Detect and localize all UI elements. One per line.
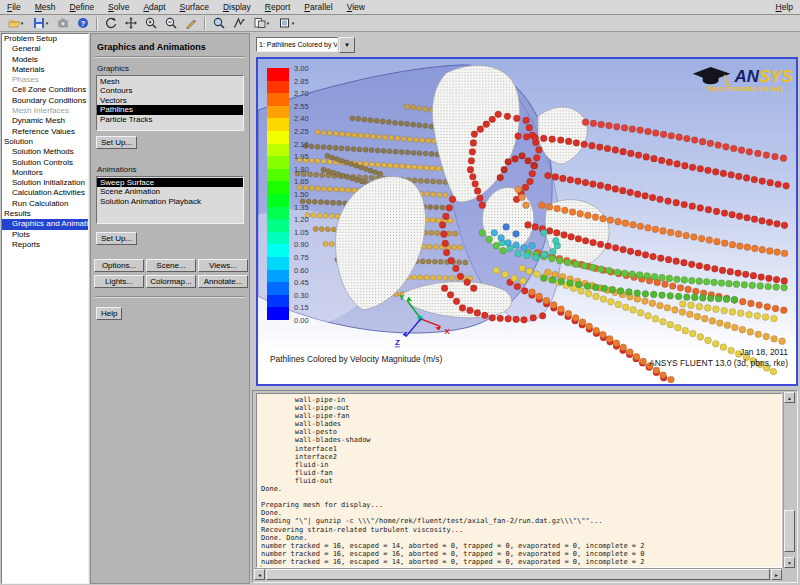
menu-item-mesh[interactable]: Mesh (28, 1, 63, 13)
menu-item-parallel[interactable]: Parallel (297, 1, 339, 13)
legend-value: 0.45 (294, 278, 324, 287)
tree-item-general[interactable]: General (2, 44, 88, 54)
zoom-out-icon (165, 17, 177, 29)
tree-item-solution-initialization[interactable]: Solution Initialization (2, 178, 88, 188)
logo-sys: SYS (759, 67, 794, 86)
tree-item-materials[interactable]: Materials (2, 65, 88, 75)
graphics-item-vectors[interactable]: Vectors (97, 96, 243, 105)
scene-caption: Pathlines Colored by Velocity Magnitude … (270, 354, 443, 364)
help-icon: ? (77, 17, 89, 29)
magnify-button[interactable] (210, 15, 228, 31)
animations-item-sweep-surface[interactable]: Sweep Surface (97, 178, 243, 187)
fit-view-button[interactable] (230, 15, 248, 31)
graphics-item-contours[interactable]: Contours (97, 86, 243, 95)
window-layout-button[interactable]: ▾ (250, 15, 273, 31)
legend-value: 2.70 (294, 89, 324, 98)
graphics-canvas[interactable]: Y X Z ANSYS Noncommercial use only Pathl… (256, 57, 798, 386)
open-button[interactable]: ▾ (4, 15, 27, 31)
colormap-button[interactable]: Colormap... (146, 275, 196, 288)
legend-band (267, 169, 289, 182)
menu-item-display[interactable]: Display (216, 1, 258, 13)
display-options-button[interactable]: ▾ (275, 15, 298, 31)
menu-item-report[interactable]: Report (258, 1, 298, 13)
legend-value: 3.00 (294, 64, 324, 73)
scroll-up-arrow[interactable]: ▲ (784, 392, 795, 403)
animations-listbox[interactable]: Sweep SurfaceScene AnimationSolution Ani… (96, 176, 244, 224)
options-button[interactable]: Options... (94, 259, 144, 272)
tree-item-reference-values[interactable]: Reference Values (2, 127, 88, 137)
menu-item-surface[interactable]: Surface (173, 1, 216, 13)
save-button[interactable]: ▾ (29, 15, 52, 31)
tree-item-reports[interactable]: Reports (2, 240, 88, 250)
graphics-setup-button[interactable]: Set Up... (96, 136, 137, 149)
zoom-in-icon (145, 17, 157, 29)
legend-value: 0.00 (294, 316, 324, 325)
graphics-window-select-arrow[interactable]: ▼ (339, 37, 355, 53)
menu-bar: FileMeshDefineSolveAdaptSurfaceDisplayRe… (0, 0, 800, 15)
horizontal-scroll-thumb[interactable] (266, 569, 770, 580)
graphics-item-particle-tracks[interactable]: Particle Tracks (97, 115, 243, 124)
toolbar-separator (96, 17, 98, 30)
legend-band (267, 207, 289, 220)
menu-help[interactable]: Help (769, 1, 800, 13)
graphics-listbox[interactable]: MeshContoursVectorsPathlinesParticle Tra… (96, 75, 244, 131)
pan-icon (125, 17, 137, 29)
toolbar: ▾▾?▾▾ (0, 15, 800, 32)
scroll-down-arrow[interactable]: ▼ (784, 557, 795, 568)
legend-band (267, 282, 289, 295)
tree-item-solution-controls[interactable]: Solution Controls (2, 158, 88, 168)
console-output[interactable]: wall-pipe-in wall-pipe-out wall-pipe-fan… (256, 393, 782, 568)
legend-value: 0.90 (294, 240, 324, 249)
annotate-button[interactable]: Annotate... (198, 275, 248, 288)
tree-item-cell-zone-conditions[interactable]: Cell Zone Conditions (2, 85, 88, 95)
tree-item-results[interactable]: Results (2, 209, 88, 219)
tree-item-boundary-conditions[interactable]: Boundary Conditions (2, 96, 88, 106)
magnify-icon (213, 17, 225, 29)
probe-button[interactable] (182, 15, 200, 31)
snapshot-button[interactable] (54, 15, 72, 31)
tree-item-plots[interactable]: Plots (2, 230, 88, 240)
help-button[interactable]: Help (96, 307, 122, 320)
console-horizontal-scrollbar[interactable]: ◄ ► (254, 568, 782, 581)
tree-item-solution-methods[interactable]: Solution Methods (2, 147, 88, 157)
legend-value: 1.80 (294, 165, 324, 174)
menu-item-solve[interactable]: Solve (101, 1, 136, 13)
graphics-window-select[interactable]: 1: Pathlines Colored by V (256, 37, 338, 52)
graphics-item-pathlines[interactable]: Pathlines (97, 105, 243, 114)
menu-item-view[interactable]: View (340, 1, 372, 13)
legend-band (267, 81, 289, 94)
tree-item-solution[interactable]: Solution (2, 137, 88, 147)
menu-items: FileMeshDefineSolveAdaptSurfaceDisplayRe… (0, 1, 372, 13)
scroll-left-arrow[interactable]: ◄ (254, 569, 265, 580)
tree-item-problem-setup[interactable]: Problem Setup (2, 34, 88, 44)
pan-button[interactable] (122, 15, 140, 31)
navigation-tree: Problem SetupGeneralModelsMaterialsPhase… (1, 33, 89, 584)
lights-button[interactable]: Lights... (94, 275, 144, 288)
tree-item-calculation-activities[interactable]: Calculation Activities (2, 188, 88, 198)
animations-group-label: Animations (91, 149, 249, 176)
animations-item-solution-animation-playback[interactable]: Solution Animation Playback (97, 197, 243, 206)
views-button[interactable]: Views... (198, 259, 248, 272)
scene-button[interactable]: Scene... (146, 259, 196, 272)
graphics-item-mesh[interactable]: Mesh (97, 77, 243, 86)
menu-item-adapt[interactable]: Adapt (136, 1, 172, 13)
scene-date: Jan 18, 2011 (740, 347, 788, 357)
zoom-out-button[interactable] (162, 15, 180, 31)
menu-item-file[interactable]: File (0, 1, 28, 13)
tree-item-models[interactable]: Models (2, 55, 88, 65)
svg-text:?: ? (81, 19, 86, 28)
animations-item-scene-animation[interactable]: Scene Animation (97, 187, 243, 196)
rotate-button[interactable] (102, 15, 120, 31)
zoom-in-button[interactable] (142, 15, 160, 31)
help-button[interactable]: ? (74, 15, 92, 31)
tree-item-graphics-and-animations[interactable]: Graphics and Animations (2, 219, 88, 229)
animations-setup-button[interactable]: Set Up... (96, 232, 137, 245)
legend-value: 2.40 (294, 114, 324, 123)
tree-item-run-calculation[interactable]: Run Calculation (2, 199, 88, 209)
menu-item-define[interactable]: Define (63, 1, 102, 13)
tree-item-dynamic-mesh[interactable]: Dynamic Mesh (2, 116, 88, 126)
tree-item-monitors[interactable]: Monitors (2, 168, 88, 178)
scroll-right-arrow[interactable]: ► (771, 569, 782, 580)
console-vertical-scrollbar[interactable]: ▲ ▼ (783, 392, 796, 568)
vertical-scroll-thumb[interactable] (784, 510, 795, 552)
